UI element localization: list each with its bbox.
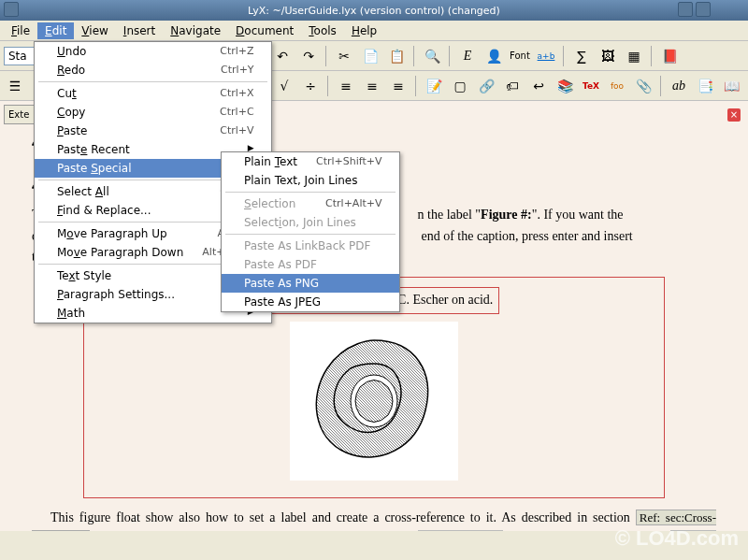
watermark: © LO4D.com	[615, 526, 739, 551]
paste-special-item: Selection, Join Lines	[222, 213, 399, 232]
table-icon[interactable]: ▦	[623, 45, 645, 67]
box-icon[interactable]: ▢	[449, 75, 471, 97]
paste-special-submenu: Plain TextCtrl+Shift+VPlain Text, Join L…	[221, 151, 400, 312]
menu-view[interactable]: View	[74, 22, 115, 39]
paste-special-item: SelectionCtrl+Alt+V	[222, 194, 399, 213]
edit-menu-item[interactable]: CopyCtrl+C	[35, 103, 271, 122]
foo-icon[interactable]: foo	[606, 75, 628, 97]
menu-navigate[interactable]: Navigate	[163, 22, 228, 39]
menu-document[interactable]: Document	[228, 22, 301, 39]
align-right-icon[interactable]: ≡	[387, 75, 410, 97]
paste-special-item[interactable]: Paste As PNG	[222, 274, 399, 293]
window-menu-icon[interactable]	[4, 2, 19, 17]
font-icon[interactable]: Font	[509, 45, 531, 67]
textit-icon[interactable]: ab	[668, 75, 690, 97]
edit-menu-item[interactable]: RedoCtrl+Y	[35, 61, 271, 79]
titlebar: LyX: ~/UserGuide.lyx (version control) (…	[0, 0, 748, 21]
paste-icon[interactable]: 📋	[385, 45, 408, 67]
index-icon[interactable]: 📑	[694, 75, 716, 97]
list-icon[interactable]: ☰	[4, 75, 26, 97]
align-center-icon[interactable]: ≡	[361, 75, 383, 97]
figure-image[interactable]	[290, 322, 458, 481]
menu-tools[interactable]: Tools	[301, 22, 344, 39]
redo-icon[interactable]: ↷	[297, 45, 320, 67]
paragraph: This figure float show also how to set a…	[32, 508, 716, 531]
menu-path: Insert ▷ Label	[418, 530, 503, 531]
paste-special-item[interactable]: Plain TextCtrl+Shift+V	[222, 152, 399, 171]
paste-special-item[interactable]: Plain Text, Join Lines	[222, 171, 399, 190]
edit-menu-item[interactable]: UndoCtrl+Z	[35, 42, 271, 61]
edit-menu-item[interactable]: PasteCtrl+V	[35, 122, 271, 140]
window-title: LyX: ~/UserGuide.lyx (version control) (…	[248, 5, 500, 17]
menu-file[interactable]: File	[4, 22, 37, 39]
align-left-icon[interactable]: ≡	[335, 75, 357, 97]
textstyle-icon[interactable]: a+b	[535, 45, 557, 67]
menu-edit[interactable]: Edit	[37, 22, 74, 39]
label-icon[interactable]: 🏷	[501, 75, 524, 97]
cite-icon[interactable]: 📚	[554, 75, 576, 97]
book-icon[interactable]: 📕	[658, 45, 681, 67]
math-icon[interactable]: ∑	[570, 45, 593, 67]
ref-icon[interactable]: ↩	[527, 75, 550, 97]
menubar: File Edit View Insert Navigate Document …	[0, 21, 748, 41]
frac-icon[interactable]: ÷	[299, 75, 322, 97]
find-icon[interactable]: 🔍	[421, 45, 443, 67]
paste-special-item: Paste As PDF	[222, 255, 399, 274]
tex-icon[interactable]: TeX	[580, 75, 602, 97]
close-panel-icon[interactable]: ×	[727, 108, 741, 122]
emphasis-icon[interactable]: E	[456, 45, 479, 67]
edit-menu-item[interactable]: CutCtrl+X	[35, 84, 271, 103]
menu-help[interactable]: Help	[344, 22, 384, 39]
sqrt-icon[interactable]: √	[273, 75, 295, 97]
menu-insert[interactable]: Insert	[116, 22, 163, 39]
note-icon[interactable]: 📝	[423, 75, 445, 97]
copy-icon[interactable]: 📄	[359, 45, 381, 67]
paste-special-item[interactable]: Paste As JPEG	[222, 293, 399, 311]
link-icon[interactable]: 🔗	[475, 75, 497, 97]
include-icon[interactable]: 📎	[632, 75, 654, 97]
paste-special-item: Paste As LinkBack PDF	[222, 237, 399, 255]
cut-icon[interactable]: ✂	[333, 45, 355, 67]
minimize-button[interactable]	[678, 2, 693, 17]
image-icon[interactable]: 🖼	[597, 45, 619, 67]
noun-icon[interactable]: 👤	[482, 45, 505, 67]
toc-icon[interactable]: 📖	[720, 75, 742, 97]
maximize-button[interactable]	[696, 2, 711, 17]
undo-icon[interactable]: ↶	[271, 45, 294, 67]
